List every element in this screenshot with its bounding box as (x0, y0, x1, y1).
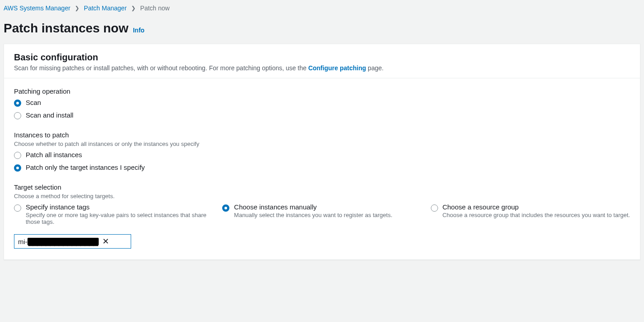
patching-operation-label: Patching operation (14, 87, 630, 95)
radio-icon (14, 204, 21, 212)
radio-rg-desc: Choose a resource group that includes th… (443, 212, 630, 218)
close-icon[interactable]: ✕ (102, 237, 109, 245)
target-selection-hint: Choose a method for selecting targets. (14, 193, 630, 200)
breadcrumb: AWS Systems Manager ❯ Patch Manager ❯ Pa… (0, 0, 644, 14)
selected-instance-token[interactable]: mi-████████████████ ✕ (14, 234, 131, 249)
patching-operation-group: Patching operation Scan Scan and install (14, 87, 630, 119)
radio-scan[interactable]: Scan (14, 99, 630, 107)
radio-icon (14, 164, 21, 172)
radio-tags-title: Specify instance tags (26, 203, 213, 211)
radio-scan-and-install[interactable]: Scan and install (14, 111, 630, 119)
configure-patching-link[interactable]: Configure patching (308, 64, 366, 72)
instance-id-text: mi-████████████████ (18, 238, 99, 245)
info-link[interactable]: Info (133, 27, 145, 34)
instances-hint: Choose whether to patch all instances or… (14, 141, 630, 147)
panel-title: Basic configuration (14, 52, 630, 63)
radio-scan-label: Scan (26, 99, 41, 106)
radio-icon (14, 112, 21, 119)
radio-specify-tags[interactable]: Specify instance tags Specify one or mor… (14, 203, 213, 225)
radio-patch-target-label: Patch only the target instances I specif… (26, 163, 145, 171)
radio-resource-group[interactable]: Choose a resource group Choose a resourc… (431, 203, 630, 225)
radio-patch-all[interactable]: Patch all instances (14, 151, 630, 159)
radio-scan-install-label: Scan and install (26, 111, 73, 119)
radio-icon (431, 204, 438, 212)
page-header: Patch instances now Info (0, 14, 644, 44)
chevron-right-icon: ❯ (131, 5, 136, 11)
radio-rg-title: Choose a resource group (443, 203, 630, 211)
radio-manual-title: Choose instances manually (234, 203, 392, 211)
target-selection-label: Target selection (14, 183, 630, 191)
instances-to-patch-group: Instances to patch Choose whether to pat… (14, 131, 630, 172)
panel-description: Scan for missing patches or install patc… (14, 64, 630, 72)
radio-icon (14, 152, 21, 159)
basic-configuration-panel: Basic configuration Scan for missing pat… (4, 44, 640, 260)
radio-manual-desc: Manually select the instances you want t… (234, 212, 392, 218)
panel-header: Basic configuration Scan for missing pat… (4, 44, 640, 78)
radio-patch-all-label: Patch all instances (26, 151, 82, 159)
radio-icon (14, 100, 21, 107)
target-selection-group: Target selection Choose a method for sel… (14, 183, 630, 249)
breadcrumb-current: Patch now (140, 5, 169, 12)
radio-patch-target[interactable]: Patch only the target instances I specif… (14, 163, 630, 172)
radio-choose-manually[interactable]: Choose instances manually Manually selec… (222, 203, 421, 225)
breadcrumb-root-link[interactable]: AWS Systems Manager (4, 5, 70, 12)
chevron-right-icon: ❯ (75, 5, 79, 11)
page-title: Patch instances now (4, 21, 128, 36)
instances-label: Instances to patch (14, 131, 630, 139)
radio-tags-desc: Specify one or more tag key-value pairs … (26, 212, 213, 225)
breadcrumb-patch-manager-link[interactable]: Patch Manager (84, 5, 127, 12)
redacted-id: ████████████████ (27, 238, 99, 245)
radio-icon (222, 204, 229, 212)
